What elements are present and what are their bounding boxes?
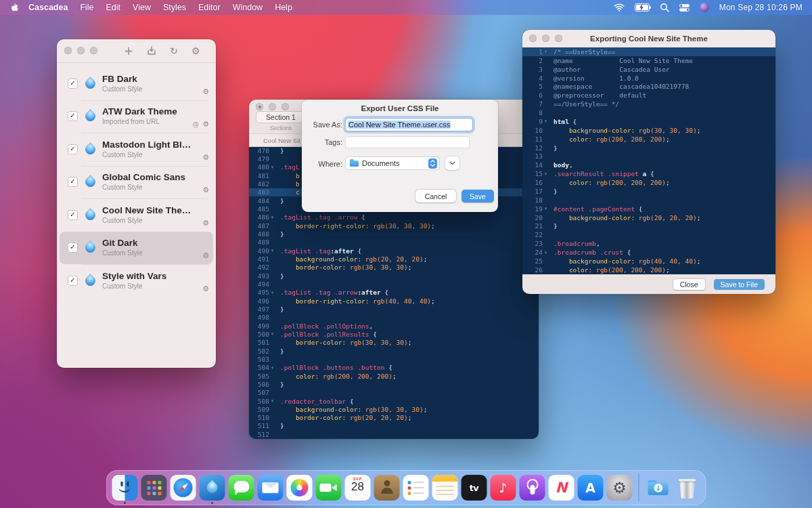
dock-notes-icon[interactable] bbox=[432, 475, 458, 501]
style-enabled-checkbox[interactable]: ✓ bbox=[68, 79, 78, 89]
dock-tv-icon[interactable]: tv bbox=[461, 475, 487, 501]
menu-editor[interactable]: Editor bbox=[198, 3, 221, 12]
fold-arrow-icon[interactable]: ▾ bbox=[269, 248, 275, 253]
close-window-button[interactable] bbox=[529, 35, 537, 42]
style-settings-icon[interactable]: ⚙ bbox=[202, 252, 209, 260]
style-settings-icon[interactable]: ⚙ bbox=[202, 285, 209, 293]
dock-reminders-icon[interactable] bbox=[403, 475, 429, 501]
menu-view[interactable]: View bbox=[133, 3, 151, 12]
window-controls bbox=[64, 47, 97, 54]
close-window-button[interactable] bbox=[64, 47, 72, 54]
style-enabled-checkbox[interactable]: ✓ bbox=[68, 111, 78, 121]
dock-news-icon[interactable]: N bbox=[549, 475, 574, 501]
dock-contacts-icon[interactable] bbox=[374, 475, 400, 501]
dock-downloads-icon[interactable]: ↓ bbox=[646, 475, 671, 501]
save-button[interactable]: Save bbox=[461, 190, 494, 203]
style-enabled-checkbox[interactable]: ✓ bbox=[68, 177, 78, 187]
style-settings-icon[interactable]: ⚙ bbox=[202, 121, 209, 129]
refresh-icon[interactable]: ↻ bbox=[170, 45, 178, 56]
token-pun: } bbox=[280, 230, 284, 238]
fold-arrow-icon[interactable]: ▾ bbox=[269, 365, 275, 371]
style-list-item[interactable]: ✓Global Comic SansCustom Style⚙ bbox=[60, 166, 213, 199]
dock-mail-icon[interactable] bbox=[258, 475, 284, 501]
menu-window[interactable]: Window bbox=[233, 3, 263, 12]
styles-toolbar-icons: + ↻ ⚙ bbox=[124, 45, 200, 57]
dock-finder-icon[interactable] bbox=[112, 475, 138, 501]
style-list-item[interactable]: ✓Cool New Site The…Custom Style⚙ bbox=[60, 198, 213, 232]
minimize-window-button[interactable] bbox=[269, 103, 276, 110]
add-style-icon[interactable]: + bbox=[124, 46, 133, 56]
style-settings-icon[interactable]: ⚙ bbox=[202, 219, 209, 228]
dock-appstore-icon[interactable]: A bbox=[578, 475, 604, 501]
style-list-item[interactable]: ✓Git DarkCustom Style⚙ bbox=[60, 232, 213, 265]
expand-dialog-button[interactable] bbox=[445, 156, 459, 170]
token-com: @author Cascadea User bbox=[554, 66, 670, 73]
fold-arrow-icon[interactable]: ▾ bbox=[543, 206, 549, 211]
dock-launchpad-icon[interactable] bbox=[141, 475, 167, 501]
fold-arrow-icon[interactable]: ▾ bbox=[543, 250, 549, 255]
zoom-window-button[interactable] bbox=[281, 103, 289, 110]
fold-arrow-icon[interactable]: ▾ bbox=[543, 171, 549, 177]
style-list-item[interactable]: ✓ATW Dark ThemeImported from URL◎⚙ bbox=[60, 100, 213, 133]
code-text: color: rgb(200, 200, 200); bbox=[549, 179, 670, 186]
wifi-icon[interactable] bbox=[614, 3, 625, 12]
settings-gear-icon[interactable]: ⚙ bbox=[191, 45, 200, 56]
fold-arrow-icon[interactable]: ▾ bbox=[269, 331, 275, 337]
export-code-area[interactable]: 1▾/* ==UserStyle==2@name Cool New Site T… bbox=[522, 47, 775, 274]
tab-section-1[interactable]: Section 1 bbox=[256, 111, 306, 123]
cascadea-menu-extra-icon[interactable] bbox=[700, 3, 709, 12]
dock-calendar-icon[interactable]: SEP28 bbox=[345, 475, 371, 501]
style-enabled-checkbox[interactable]: ✓ bbox=[68, 144, 78, 154]
close-button[interactable]: Close bbox=[673, 279, 705, 290]
menu-file[interactable]: File bbox=[80, 3, 93, 12]
zoom-window-button[interactable] bbox=[90, 47, 97, 54]
save-as-input[interactable]: Cool New Site Theme.user.css bbox=[345, 118, 473, 131]
style-settings-icon[interactable]: ⚙ bbox=[202, 154, 209, 162]
minimize-window-button[interactable] bbox=[77, 47, 85, 54]
dock-facetime-icon[interactable] bbox=[316, 475, 342, 501]
token-pun: { bbox=[635, 205, 642, 213]
dock-safari-icon[interactable] bbox=[171, 475, 196, 501]
style-enabled-checkbox[interactable]: ✓ bbox=[68, 276, 78, 286]
dock-podcasts-icon[interactable] bbox=[520, 475, 545, 501]
save-to-file-button[interactable]: Save to File bbox=[714, 279, 765, 290]
import-export-icon[interactable] bbox=[147, 46, 156, 56]
zoom-window-button[interactable] bbox=[555, 35, 562, 42]
close-window-button[interactable] bbox=[256, 103, 263, 110]
line-number: 19 bbox=[522, 205, 543, 213]
menu-help[interactable]: Help bbox=[275, 3, 292, 12]
fold-arrow-icon[interactable]: ▾ bbox=[543, 119, 549, 124]
fold-arrow-icon[interactable]: ▾ bbox=[269, 398, 275, 404]
dock-music-icon[interactable]: ♪ bbox=[491, 475, 516, 501]
style-list-item[interactable]: ✓FB DarkCustom Style⚙ bbox=[60, 67, 213, 100]
fold-arrow-icon[interactable]: ▾ bbox=[269, 165, 275, 170]
dock-photos-icon[interactable] bbox=[287, 475, 313, 501]
sheet-title: Export User CSS File bbox=[302, 104, 498, 112]
dock-sysprefs-icon[interactable]: ⚙ bbox=[607, 475, 633, 501]
menu-edit[interactable]: Edit bbox=[106, 3, 121, 12]
style-list-item[interactable]: ✓Style with VarsCustom Style⚙ bbox=[60, 264, 213, 297]
style-settings-icon[interactable]: ⚙ bbox=[202, 88, 209, 96]
control-center-icon[interactable] bbox=[679, 4, 690, 12]
where-popup[interactable]: Documents bbox=[345, 156, 440, 170]
apple-menu-icon[interactable] bbox=[9, 3, 18, 13]
fold-arrow-icon[interactable]: ▾ bbox=[269, 290, 275, 295]
style-settings-icon[interactable]: ⚙ bbox=[202, 186, 209, 194]
app-menu[interactable]: Cascadea bbox=[28, 3, 68, 12]
code-text: @namespace cascadea1040219778 bbox=[549, 83, 689, 90]
cancel-button[interactable]: Cancel bbox=[415, 190, 456, 203]
fold-arrow-icon[interactable]: ▾ bbox=[543, 49, 549, 54]
menu-styles[interactable]: Styles bbox=[163, 3, 186, 12]
dock-cascadea-icon[interactable] bbox=[200, 475, 225, 501]
style-enabled-checkbox[interactable]: ✓ bbox=[68, 242, 78, 253]
dock-trash-icon[interactable] bbox=[675, 475, 700, 501]
style-enabled-checkbox[interactable]: ✓ bbox=[68, 210, 78, 220]
style-list-item[interactable]: ✓Mastodon Light Bl…Custom Style⚙ bbox=[60, 133, 213, 166]
menu-bar-clock[interactable]: Mon Sep 28 10:26 PM bbox=[719, 3, 803, 12]
minimize-window-button[interactable] bbox=[542, 35, 549, 42]
battery-charging-icon[interactable] bbox=[635, 3, 650, 12]
tags-input[interactable] bbox=[345, 136, 470, 148]
dock-messages-icon[interactable] bbox=[229, 475, 254, 501]
spotlight-search-icon[interactable] bbox=[660, 3, 669, 12]
fold-arrow-icon[interactable]: ▾ bbox=[269, 215, 275, 220]
